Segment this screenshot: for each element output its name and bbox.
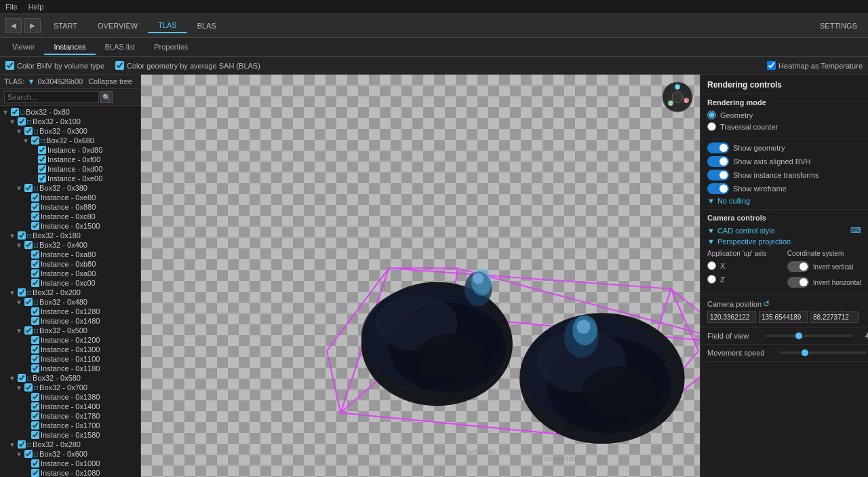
tree-checkbox-inst-0xd00[interactable]	[38, 165, 46, 173]
tree-node-inst-0xb80[interactable]: Instance - 0xb80	[0, 259, 140, 269]
tree-checkbox-inst-0x1180[interactable]	[31, 364, 39, 373]
tree-container[interactable]: ▼□Box32 - 0x80▼□Box32 - 0x100▼□Box32 - 0…	[0, 106, 140, 477]
tree-checkbox-inst-0x1200[interactable]	[31, 336, 39, 344]
tree-node-box32-0x700[interactable]: ▼□Box32 - 0x700	[0, 383, 140, 392]
tree-checkbox-box32-0x600[interactable]	[24, 450, 33, 458]
show-wireframe-toggle[interactable]	[707, 183, 729, 194]
tree-node-inst-0x1080[interactable]: Instance - 0x1080	[0, 468, 140, 477]
tab-nav-tlas[interactable]: TLAS	[148, 18, 187, 33]
tree-checkbox-inst-0x1780[interactable]	[31, 412, 39, 420]
tree-node-inst-0xe00[interactable]: Instance - 0xe00	[0, 174, 140, 183]
tree-checkbox-box32-0x200[interactable]	[18, 288, 26, 297]
tree-node-box32-0x280[interactable]: ▼□Box32 - 0x280	[0, 440, 140, 449]
cam-y-input[interactable]	[759, 311, 808, 323]
tab-nav-start[interactable]: START	[43, 18, 87, 33]
tree-expand-box32-0x500[interactable]: ▼	[15, 327, 23, 335]
tree-node-inst-0xd00[interactable]: Instance - 0xd00	[0, 164, 140, 174]
color-geometry-checkbox[interactable]	[115, 61, 124, 70]
tree-checkbox-box32-0x580[interactable]	[18, 374, 26, 382]
tree-checkbox-box32-0x100[interactable]	[18, 117, 26, 126]
tree-expand-box32-0x100[interactable]: ▼	[8, 118, 16, 126]
tree-checkbox-inst-0xa00[interactable]	[31, 269, 39, 278]
tree-node-box32-0x300[interactable]: ▼□Box32 - 0x300	[0, 126, 140, 136]
settings-button[interactable]: SETTINGS	[814, 19, 863, 33]
option-color-geometry[interactable]: Color geometry by average SAH (BLAS)	[115, 61, 260, 70]
tree-node-inst-0x1780[interactable]: Instance - 0x1780	[0, 411, 140, 421]
tab-properties[interactable]: Properties	[144, 40, 197, 55]
tree-node-inst-0x1480[interactable]: Instance - 0x1480	[0, 316, 140, 326]
tree-node-inst-0xc00[interactable]: Instance - 0xc00	[0, 278, 140, 288]
tree-checkbox-inst-0xc00[interactable]	[31, 279, 39, 287]
tree-node-inst-0xf00[interactable]: Instance - 0xf00	[0, 155, 140, 164]
tree-node-inst-0xa00[interactable]: Instance - 0xa00	[0, 269, 140, 278]
tree-checkbox-box32-0x180[interactable]	[18, 231, 26, 240]
tree-node-inst-0x1380[interactable]: Instance - 0x1380	[0, 392, 140, 402]
tree-expand-box32-0x380[interactable]: ▼	[15, 185, 23, 192]
search-input[interactable]	[4, 91, 99, 103]
tree-checkbox-box32-0x400[interactable]	[24, 241, 33, 249]
tree-node-inst-0xe80[interactable]: Instance - 0xe80	[0, 193, 140, 202]
tree-checkbox-inst-0xf00[interactable]	[38, 155, 46, 164]
movement-speed-slider[interactable]	[779, 351, 867, 354]
tree-node-box32-0x600[interactable]: ▼□Box32 - 0x600	[0, 449, 140, 459]
tree-node-inst-0x1280[interactable]: Instance - 0x1280	[0, 307, 140, 316]
tree-expand-box32-0x700[interactable]: ▼	[15, 384, 23, 392]
tree-checkbox-inst-0x880[interactable]	[31, 203, 39, 211]
tree-checkbox-box32-0x680[interactable]	[31, 136, 39, 145]
tree-checkbox-inst-0xd80[interactable]	[38, 146, 46, 154]
tree-checkbox-inst-0xe00[interactable]	[38, 174, 46, 183]
tree-node-inst-0xd80[interactable]: Instance - 0xd80	[0, 145, 140, 155]
tree-checkbox-inst-0x1000[interactable]	[31, 459, 39, 468]
tab-instances[interactable]: Instances	[44, 40, 95, 55]
tree-checkbox-box32-0x480[interactable]	[24, 298, 33, 306]
tlas-dropdown-icon[interactable]: ▼	[28, 77, 35, 85]
tab-blas-list[interactable]: BLAS list	[96, 40, 145, 55]
collapse-tree-button[interactable]: Collapse tree	[88, 77, 132, 85]
tree-expand-box32-0x680[interactable]: ▼	[22, 137, 30, 145]
tree-node-box32-0x380[interactable]: ▼□Box32 - 0x380	[0, 183, 140, 193]
menu-file[interactable]: File	[5, 3, 18, 11]
axis-z-radio[interactable]	[707, 275, 716, 284]
tab-viewer[interactable]: Viewer	[3, 40, 44, 55]
tree-expand-box32-0x400[interactable]: ▼	[15, 242, 23, 249]
option-color-bvh[interactable]: Color BHV by volume type	[5, 61, 104, 70]
viewport[interactable]: 0x304526b00 instance data... Y X Z	[141, 75, 700, 477]
tree-checkbox-inst-0x1280[interactable]	[31, 307, 39, 316]
no-culling-dropdown[interactable]: ▼ No culling	[707, 197, 861, 205]
tree-node-box32-0x500[interactable]: ▼□Box32 - 0x500	[0, 326, 140, 335]
tree-checkbox-inst-0x1400[interactable]	[31, 402, 39, 411]
tab-nav-overview[interactable]: OVERVIEW	[87, 18, 148, 33]
nav-forward-button[interactable]: ▶	[24, 18, 41, 33]
tree-node-box32-0x580[interactable]: ▼□Box32 - 0x580	[0, 373, 140, 383]
tree-checkbox-inst-0xc80[interactable]	[31, 212, 39, 221]
color-bvh-checkbox[interactable]	[5, 61, 14, 70]
camera-refresh-button[interactable]: ↺	[762, 299, 771, 309]
invert-horizontal-toggle[interactable]	[787, 277, 809, 288]
tree-node-box32-0x400[interactable]: ▼□Box32 - 0x400	[0, 240, 140, 250]
tree-checkbox-inst-0xa80[interactable]	[31, 250, 39, 259]
tree-node-box32-0x480[interactable]: ▼□Box32 - 0x480	[0, 297, 140, 307]
tree-checkbox-box32-0x300[interactable]	[24, 127, 33, 135]
tree-node-inst-0xa80[interactable]: Instance - 0xa80	[0, 250, 140, 259]
fov-slider[interactable]	[766, 335, 853, 337]
tree-checkbox-inst-0x1500[interactable]	[31, 222, 39, 230]
tree-checkbox-box32-0x280[interactable]	[18, 440, 26, 449]
tree-checkbox-inst-0x1380[interactable]	[31, 393, 39, 401]
tree-expand-box32-0x300[interactable]: ▼	[15, 128, 23, 135]
tree-node-box32-0x180[interactable]: ▼□Box32 - 0x180	[0, 231, 140, 240]
cam-z-input[interactable]	[810, 311, 859, 323]
heatmap-checkbox[interactable]	[767, 61, 776, 70]
tree-checkbox-inst-0x1580[interactable]	[31, 431, 39, 439]
tree-node-inst-0x1400[interactable]: Instance - 0x1400	[0, 402, 140, 411]
tree-node-inst-0x1700[interactable]: Instance - 0x1700	[0, 421, 140, 430]
tree-checkbox-inst-0x1080[interactable]	[31, 469, 39, 477]
tab-nav-blas[interactable]: BLAS	[187, 18, 226, 33]
traversal-radio[interactable]	[707, 122, 716, 131]
axis-x-radio[interactable]	[707, 261, 716, 270]
tree-node-inst-0x1100[interactable]: Instance - 0x1100	[0, 354, 140, 364]
tree-checkbox-box32-0x500[interactable]	[24, 326, 33, 335]
tree-node-inst-0x1000[interactable]: Instance - 0x1000	[0, 459, 140, 468]
tree-checkbox-box32-0x700[interactable]	[24, 383, 33, 392]
tree-checkbox-inst-0x1100[interactable]	[31, 355, 39, 363]
tree-node-inst-0x1200[interactable]: Instance - 0x1200	[0, 335, 140, 345]
